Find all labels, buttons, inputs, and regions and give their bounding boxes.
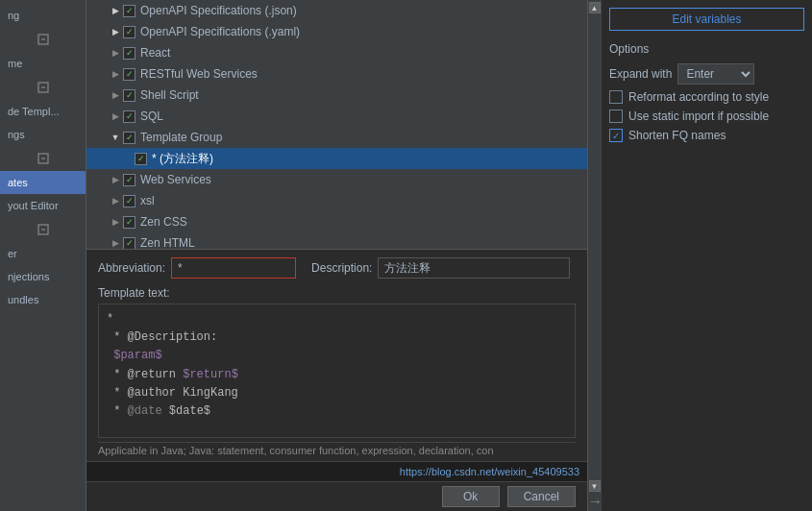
- url-text: https://blog.csdn.net/weixin_45409533: [400, 466, 579, 477]
- url-bar: https://blog.csdn.net/weixin_45409533: [86, 461, 587, 481]
- list-item[interactable]: ▶ Zen CSS: [86, 211, 587, 232]
- ok-button[interactable]: Ok: [442, 486, 500, 507]
- checkbox-sql[interactable]: [123, 110, 135, 123]
- list-item[interactable]: ▶ React: [86, 42, 587, 63]
- sidebar-icon-4[interactable]: [33, 219, 54, 240]
- sidebar-item-er[interactable]: er: [0, 242, 86, 265]
- list-item[interactable]: ▶ Shell Script: [86, 85, 587, 106]
- shorten-fq-checkbox[interactable]: [609, 129, 623, 142]
- scroll-down-btn[interactable]: ▼: [589, 480, 601, 492]
- checkbox-restful[interactable]: [123, 68, 135, 81]
- code-editor[interactable]: * * @Description: $param$ * @return $ret…: [98, 304, 576, 438]
- list-item[interactable]: ▶ SQL: [86, 106, 587, 127]
- expand-arrow-icon: ▶: [110, 237, 121, 249]
- edit-area: Abbreviation: Description: Template text…: [86, 250, 587, 461]
- code-line: * @Description:: [107, 328, 567, 347]
- expand-arrow-icon: ▶: [110, 68, 121, 80]
- checkbox-react[interactable]: [123, 47, 135, 60]
- list-item[interactable]: ▶ OpenAPI Specifications (.yaml): [86, 21, 587, 42]
- code-line: * @date $date$: [107, 402, 567, 421]
- sidebar-icon-3[interactable]: [33, 148, 54, 169]
- code-line: *: [107, 310, 567, 328]
- reformat-checkbox[interactable]: [609, 90, 623, 104]
- sidebar-icon-2[interactable]: [33, 77, 54, 98]
- expand-arrow-icon: ▶: [110, 47, 121, 59]
- static-import-label: Use static import if possible: [628, 110, 769, 123]
- sidebar-icon-1[interactable]: [33, 29, 54, 50]
- sidebar-item-undles[interactable]: undles: [0, 288, 86, 311]
- sidebar-item-ngs[interactable]: ngs: [0, 123, 86, 146]
- expand-arrow-icon: ▶: [110, 195, 121, 207]
- abbreviation-label: Abbreviation:: [98, 261, 165, 275]
- checkbox-xsl[interactable]: [123, 195, 135, 207]
- sidebar-item-me[interactable]: me: [0, 52, 86, 75]
- reformat-label: Reformat according to style: [628, 90, 769, 104]
- template-list: ▶ OpenAPI Specifications (.json) ▶ OpenA…: [86, 0, 587, 250]
- left-section: ▶ OpenAPI Specifications (.json) ▶ OpenA…: [86, 0, 587, 511]
- reformat-row: Reformat according to style: [609, 90, 804, 104]
- content-area: ▶ OpenAPI Specifications (.json) ▶ OpenA…: [86, 0, 812, 511]
- description-label: Description:: [311, 261, 372, 275]
- shorten-fq-row: Shorten FQ names: [609, 129, 804, 142]
- list-item[interactable]: ▶ Zen HTML: [86, 232, 587, 250]
- expand-arrow-icon: ▶: [110, 216, 121, 228]
- sidebar-item-de[interactable]: de Templ...: [0, 100, 86, 123]
- expand-arrow-icon: ▶: [110, 26, 121, 37]
- list-item[interactable]: ▶ xsl: [86, 190, 587, 211]
- template-text-label: Template text:: [98, 286, 576, 300]
- expand-arrow-icon: ▼: [110, 132, 121, 143]
- scroll-up-btn[interactable]: ▲: [589, 2, 601, 13]
- expand-arrow-icon: ▶: [110, 5, 121, 16]
- options-label: Options: [609, 42, 804, 56]
- edit-variables-button[interactable]: Edit variables: [609, 8, 804, 31]
- arrow-left-icon[interactable]: ←: [587, 494, 603, 511]
- sidebar-item-ates[interactable]: ates: [0, 171, 86, 194]
- list-item[interactable]: ▶ OpenAPI Specifications (.json): [86, 0, 587, 21]
- expand-arrow-icon: ▶: [110, 174, 121, 185]
- checkbox-openapi-json[interactable]: [123, 5, 135, 17]
- list-item-method-comment[interactable]: * (方法注释): [86, 148, 587, 169]
- sidebar: ng me de Templ... ngs ates yout Editor e…: [0, 0, 86, 511]
- bottom-bar: Ok Cancel: [86, 481, 587, 511]
- shorten-fq-label: Shorten FQ names: [628, 129, 726, 142]
- cancel-button[interactable]: Cancel: [507, 486, 576, 507]
- list-item-restful[interactable]: ▶ RESTful Web Services: [86, 63, 587, 85]
- expand-arrow-icon: ▶: [110, 89, 121, 101]
- expand-with-row: Expand with Enter Tab Space: [609, 63, 804, 85]
- sidebar-item-njections[interactable]: njections: [0, 265, 86, 288]
- code-line: * @author KingKang: [107, 384, 567, 402]
- expand-arrow-icon: ▶: [110, 110, 121, 122]
- expand-with-label: Expand with: [609, 67, 672, 81]
- abbreviation-row: Abbreviation: Description:: [98, 257, 576, 279]
- static-import-row: Use static import if possible: [609, 110, 804, 123]
- sidebar-item-yout[interactable]: yout Editor: [0, 194, 86, 217]
- checkbox-shell[interactable]: [123, 89, 135, 102]
- code-line: * @return $return$: [107, 366, 567, 384]
- checkbox-zen-css[interactable]: [123, 216, 135, 229]
- sidebar-item-ng[interactable]: ng: [0, 4, 86, 27]
- list-item[interactable]: ▶ Web Services: [86, 169, 587, 190]
- restful-label: RESTful Web Services: [140, 67, 258, 81]
- static-import-checkbox[interactable]: [609, 110, 623, 123]
- code-line: $param$: [107, 347, 567, 365]
- list-item-template-group[interactable]: ▼ Template Group: [86, 127, 587, 148]
- checkbox-zen-html[interactable]: [123, 237, 135, 250]
- checkbox-template-group[interactable]: [123, 132, 135, 144]
- abbreviation-input[interactable]: [171, 257, 296, 279]
- right-panel: Edit variables Options Expand with Enter…: [601, 0, 812, 511]
- expand-arrow-icon: [121, 153, 133, 164]
- checkbox-method-comment[interactable]: [135, 153, 147, 165]
- checkbox-openapi-yaml[interactable]: [123, 26, 135, 38]
- checkbox-web-services[interactable]: [123, 174, 135, 186]
- description-input[interactable]: [378, 257, 570, 279]
- expand-with-select[interactable]: Enter Tab Space: [677, 63, 754, 85]
- scrollbar[interactable]: ▲ ▼ ←: [587, 0, 601, 511]
- applicable-line: Applicable in Java; Java: statement, con…: [98, 442, 576, 456]
